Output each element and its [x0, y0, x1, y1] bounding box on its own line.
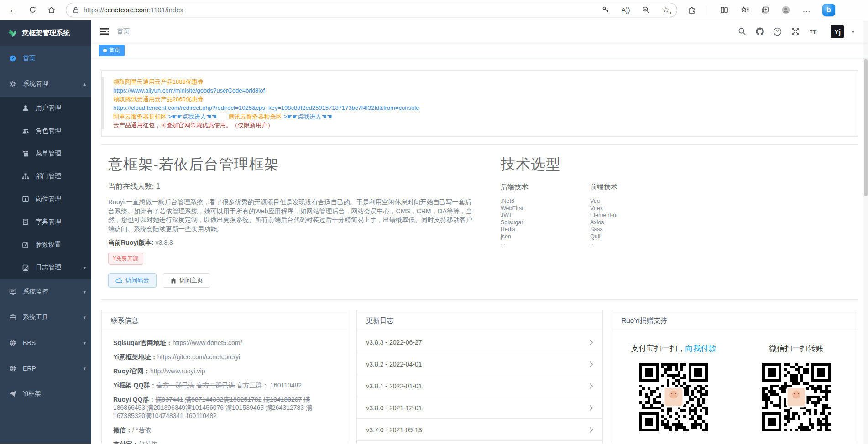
sidebar-item-system-management[interactable]: 系统管理 ▴ [0, 71, 91, 97]
zoom-out-icon[interactable] [641, 5, 650, 15]
contact-label: Yi意框架地址： [113, 353, 157, 361]
notice-line: 云产品通用红包，可叠加官网常规优惠使用。（仅限新用户） [113, 121, 848, 129]
help-icon[interactable]: ? [773, 26, 783, 36]
notice-link[interactable]: https://cloud.tencent.com/redirect.php?r… [113, 104, 419, 111]
changelog-entry: v3.8.0 - 2021-12-01 [366, 404, 422, 412]
collections-icon[interactable] [761, 5, 770, 15]
breadcrumb[interactable]: 首页 [117, 27, 130, 36]
paper-plane-icon [9, 390, 16, 398]
sidebar-item-system-monitor[interactable]: 系统监控 ▾ [0, 279, 91, 305]
chevron-right-icon [589, 405, 593, 411]
alipay-pay-link[interactable]: 向我付款 [685, 344, 716, 353]
tech-section: 技术选型 后端技术 .Net6WebFirstJWTSqlsugarRedisj… [501, 145, 668, 288]
dashboard-icon [9, 55, 16, 62]
fullscreen-icon[interactable] [790, 26, 800, 36]
scrollbar-thumb[interactable] [864, 59, 868, 196]
contact-value: / *若依 [132, 426, 151, 434]
sidebar-item-log-management[interactable]: 日志管理 ▾ [0, 256, 91, 279]
contact-card-title: 联系信息 [102, 310, 347, 331]
sidebar-item-bbs[interactable]: BBS ▾ [0, 330, 91, 356]
bing-chat-icon[interactable]: b [822, 4, 835, 16]
notice-link[interactable]: >☛☛点我进入☚☚ [168, 113, 217, 120]
sidebar-item-label: BBS [23, 339, 36, 346]
user-avatar[interactable]: Yj [831, 25, 844, 38]
add-favorite-icon[interactable]: ☆+ [661, 5, 670, 15]
browser-refresh-button[interactable] [23, 2, 42, 18]
address-bar[interactable]: https://ccnetcore.com:1101/index A)) ☆+ [66, 3, 677, 17]
chevron-up-icon: ▴ [83, 81, 86, 87]
sidebar-item-label: 用户管理 [36, 104, 61, 112]
contact-card: 联系信息 Sqlsugar官网地址：https://www.donet5.com… [101, 310, 347, 444]
search-icon[interactable] [737, 26, 747, 36]
changelog-card-title: 更新日志 [357, 310, 602, 331]
font-size-icon[interactable]: TT [808, 26, 818, 36]
alipay-title: 支付宝扫一扫，向我付款 [612, 343, 735, 354]
changelog-list: v3.8.3 - 2022-06-27v3.8.2 - 2022-04-01v3… [357, 331, 602, 441]
password-key-icon[interactable] [601, 5, 610, 15]
chevron-right-icon [589, 383, 593, 389]
chevron-right-icon [589, 361, 593, 367]
sidebar-item-label: ERP [23, 365, 36, 372]
globe-icon [9, 339, 16, 346]
favorites-bar-icon[interactable] [740, 5, 749, 15]
sidebar-item-parameter-settings[interactable]: 参数设置 [0, 233, 91, 256]
visit-homepage-button[interactable]: 访问主页 [163, 273, 210, 288]
tags-view: 首页 [91, 43, 868, 58]
split-screen-icon[interactable] [720, 5, 729, 15]
monitor-icon [9, 288, 16, 295]
contact-card-body: Sqlsugar官网地址：https://www.donet5.com/Yi意框… [102, 331, 347, 444]
notice-board: 领取阿里云通用云产品1888优惠券https://www.aliyun.com/… [101, 70, 858, 137]
sidebar-item-dictionary-management[interactable]: 字典管理 [0, 211, 91, 233]
cloud-icon [115, 278, 123, 283]
browser-back-button[interactable]: ← [4, 2, 23, 18]
sidebar-item-role-management[interactable]: 角色管理 [0, 119, 91, 142]
contact-label: Yi框架 QQ群： [113, 382, 156, 389]
notice-text [217, 113, 229, 120]
browser-menu-icon[interactable]: … [802, 5, 811, 15]
sidebar-collapse-icon[interactable] [99, 26, 110, 36]
notice-link[interactable]: >☛☛点我进入☚☚ [283, 113, 332, 120]
donate-card-title: RuoYi捐赠支持 [612, 310, 858, 331]
tag-active-dot [103, 49, 107, 52]
user-menu-caret-icon[interactable]: ▾ [852, 29, 854, 34]
profile-avatar-icon[interactable] [781, 5, 790, 15]
changelog-row[interactable]: v3.8.1 - 2022-01-01 [357, 375, 602, 397]
extensions-icon[interactable] [687, 5, 696, 15]
contact-value: 满180251782 [223, 396, 261, 403]
sidebar-item-label: 菜单管理 [36, 150, 61, 158]
changelog-entry: v3.7.0 - 2021-09-13 [366, 426, 422, 434]
notice-content: 领取阿里云通用云产品1888优惠券https://www.aliyun.com/… [102, 77, 848, 129]
tech-item: JWT [501, 212, 578, 219]
changelog-row[interactable]: v3.8.3 - 2022-06-27 [357, 331, 602, 353]
sidebar-item-yi-framework[interactable]: Yi框架 [0, 381, 91, 407]
changelog-row[interactable]: v3.7.0 - 2021-09-13 [357, 419, 602, 441]
sidebar-item-department-management[interactable]: 部门管理 [0, 165, 91, 188]
changelog-row[interactable]: v3.8.0 - 2021-12-01 [357, 397, 602, 419]
sidebar-item-erp[interactable]: ERP ▾ [0, 356, 91, 381]
toolbar-divider [708, 5, 708, 15]
sidebar-item-label: 首页 [23, 54, 36, 62]
chevron-down-icon: ▾ [83, 366, 86, 372]
sidebar-item-user-management[interactable]: 用户管理 [0, 97, 91, 119]
sidebar-item-menu-management[interactable]: 菜单管理 [0, 142, 91, 165]
changelog-row[interactable]: v3.8.2 - 2022-04-01 [357, 353, 602, 375]
notice-text: 领取腾讯云通用云产品2860优惠券 [113, 96, 204, 103]
browser-home-button[interactable] [42, 2, 61, 18]
github-icon[interactable] [755, 26, 765, 36]
sidebar-item-system-tools[interactable]: 系统工具 ▾ [0, 305, 91, 330]
tag-home[interactable]: 首页 [99, 45, 125, 56]
visit-gitee-button[interactable]: 访问码云 [108, 273, 157, 288]
sidebar-item-post-management[interactable]: 岗位管理 [0, 188, 91, 211]
tech-item: ... [590, 240, 668, 248]
tech-item: Element-ui [590, 212, 668, 219]
contact-row: Yi意框架地址：https://gitee.com/ccnetcore/yi [113, 353, 335, 361]
notice-link[interactable]: https://www.aliyun.com/minisite/goods?us… [113, 87, 265, 94]
sidebar-item-home[interactable]: 首页 [0, 46, 91, 71]
tech-item: .Net6 [501, 198, 578, 205]
sidebar-item-label: 角色管理 [36, 127, 61, 135]
user-icon [22, 104, 29, 112]
wechat-column: 微信扫一扫转账 [735, 343, 858, 431]
changelog-entry: v3.8.2 - 2022-04-01 [366, 361, 422, 368]
notice-text: 领取阿里云通用云产品1888优惠券 [113, 78, 204, 85]
read-aloud-icon[interactable]: A)) [621, 5, 630, 15]
